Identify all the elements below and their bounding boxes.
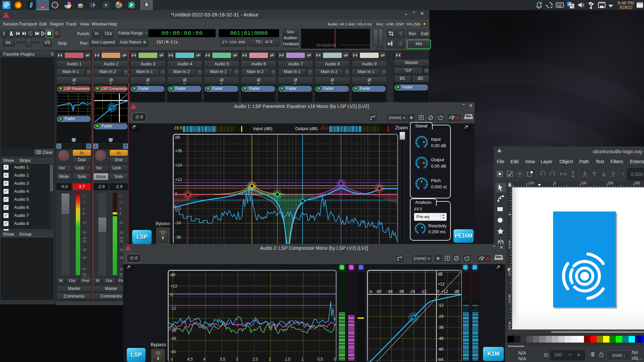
svg-text:4: 4 (203, 357, 206, 362)
svg-text:-24: -24 (438, 314, 444, 319)
svg-text:out: out (438, 357, 443, 362)
svg-text:100: 100 (508, 240, 511, 249)
svg-text:0: 0 (334, 357, 336, 362)
svg-text:100: 100 (581, 181, 587, 185)
svg-text:-36: -36 (170, 328, 176, 333)
svg-text:-60: -60 (170, 350, 176, 354)
svg-text:-12: -12 (421, 289, 427, 294)
svg-text:0: 0 (437, 289, 439, 294)
svg-text:-12: -12 (170, 306, 176, 311)
svg-text:200: 200 (508, 267, 511, 277)
svg-text:dB: dB (170, 273, 175, 277)
svg-text:dB: dB (175, 135, 180, 140)
svg-text:in: in (369, 289, 372, 294)
svg-text:0: 0 (508, 213, 511, 216)
svg-text:4.5: 4.5 (187, 357, 193, 362)
svg-text:+12: +12 (441, 289, 448, 294)
svg-text:+12: +12 (170, 284, 177, 289)
svg-text:-100: -100 (527, 181, 534, 185)
svg-text:dB: dB (454, 289, 460, 294)
svg-text:-48: -48 (387, 289, 393, 294)
svg-text:+12: +12 (175, 177, 182, 182)
svg-text:s: s (171, 357, 173, 362)
svg-text:1.5: 1.5 (285, 357, 290, 362)
svg-text:-60: -60 (438, 347, 444, 352)
svg-text:300: 300 (635, 181, 640, 185)
svg-text:2.5: 2.5 (252, 357, 258, 362)
svg-text:+36: +36 (175, 148, 182, 153)
svg-text:文: 文 (571, 4, 575, 8)
svg-text:-36: -36 (175, 235, 181, 240)
svg-text:-12: -12 (438, 303, 444, 308)
svg-text:300: 300 (508, 294, 511, 304)
svg-text:+12: +12 (438, 282, 445, 287)
svg-text:+24: +24 (175, 163, 182, 168)
svg-text:-36: -36 (438, 325, 444, 330)
svg-text:A: A (569, 2, 571, 6)
svg-text:-60: -60 (376, 289, 382, 294)
svg-text:0.5: 0.5 (317, 357, 323, 362)
svg-text:-24: -24 (175, 221, 181, 225)
svg-text:3: 3 (236, 357, 238, 362)
svg-text:0: 0 (554, 181, 556, 185)
svg-text:3.5: 3.5 (220, 357, 225, 362)
svg-text:-48: -48 (170, 336, 176, 341)
svg-text:-36: -36 (398, 289, 404, 294)
svg-text:0: 0 (170, 293, 173, 297)
svg-text:-48: -48 (438, 336, 444, 341)
svg-text:400: 400 (508, 321, 511, 329)
svg-text:dB: dB (438, 272, 443, 277)
svg-text:-24: -24 (409, 289, 415, 294)
svg-text:200: 200 (608, 181, 613, 185)
svg-text:2: 2 (269, 357, 271, 362)
svg-text:1: 1 (301, 357, 304, 362)
